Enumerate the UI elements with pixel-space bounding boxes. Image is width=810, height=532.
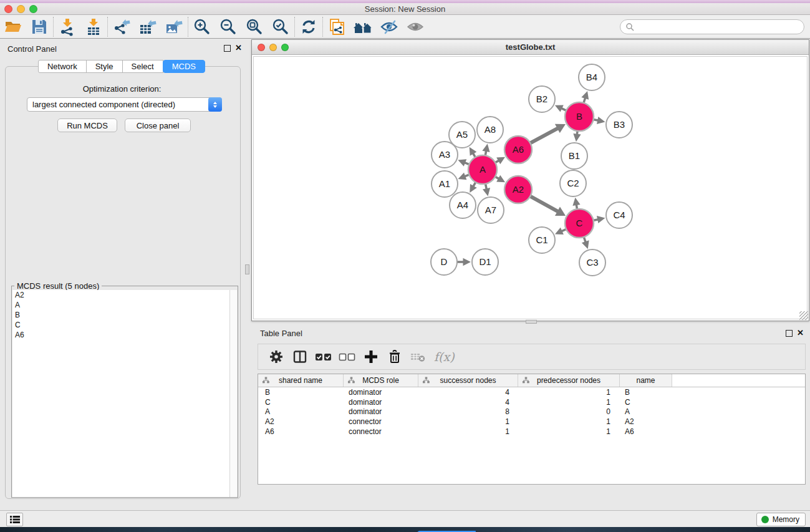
control-panel-tabs: Network Style Select MCDS bbox=[0, 60, 244, 73]
table-cell: connector bbox=[344, 427, 418, 436]
delete-column-trash-icon[interactable] bbox=[383, 346, 407, 368]
node-table: shared name MCDS role successor nodes pr… bbox=[258, 374, 806, 485]
close-table-panel-icon[interactable]: ✕ bbox=[797, 328, 804, 337]
toolbar-separator bbox=[322, 17, 323, 37]
graph-edge-arrowhead bbox=[463, 258, 471, 266]
tab-style[interactable]: Style bbox=[86, 60, 123, 73]
show-column-panel-icon[interactable] bbox=[288, 346, 312, 368]
save-session-icon[interactable] bbox=[26, 16, 52, 37]
home-view-icon[interactable] bbox=[350, 16, 376, 37]
graph-node-label: B bbox=[576, 111, 582, 122]
show-all-icon[interactable] bbox=[402, 16, 428, 37]
main-area: Control Panel ✕ Network Style Select MCD… bbox=[0, 39, 810, 510]
import-table-icon[interactable] bbox=[80, 16, 107, 37]
table-cell: A bbox=[258, 407, 344, 416]
export-network-icon[interactable] bbox=[108, 16, 135, 37]
mcds-list-scrollbar[interactable] bbox=[229, 290, 237, 497]
deselect-all-checkboxes-icon[interactable] bbox=[335, 346, 359, 368]
graph-edge[interactable] bbox=[529, 196, 559, 212]
close-panel-icon[interactable]: ✕ bbox=[235, 43, 242, 52]
vertical-splitter-handle[interactable] bbox=[245, 264, 249, 274]
search-icon bbox=[625, 22, 634, 31]
zoom-out-icon[interactable] bbox=[215, 16, 241, 37]
mcds-result-title: MCDS result (5 nodes) bbox=[14, 281, 102, 291]
table-cell: 1 bbox=[518, 417, 620, 426]
table-row[interactable]: A2connector11A2 bbox=[258, 417, 805, 427]
float-panel-icon[interactable] bbox=[224, 45, 231, 52]
graph-node-label: A5 bbox=[456, 129, 468, 140]
status-bar: Memory bbox=[0, 510, 810, 527]
table-row[interactable]: A6connector11A6 bbox=[258, 427, 805, 437]
zoom-selected-icon[interactable] bbox=[268, 16, 294, 37]
graph-edge-arrowhead bbox=[572, 198, 580, 206]
list-icon bbox=[10, 515, 20, 524]
table-row[interactable]: Cdominator41C bbox=[258, 397, 805, 407]
mcds-result-item[interactable]: C bbox=[12, 320, 231, 330]
control-panel-title: Control Panel bbox=[7, 44, 57, 54]
resize-grip-icon[interactable] bbox=[799, 311, 808, 320]
desktop-bottom-strip bbox=[0, 527, 810, 532]
graph-node-label: B3 bbox=[614, 119, 625, 130]
optimization-criterion-label: Optimization criterion: bbox=[0, 84, 244, 94]
search-field[interactable] bbox=[620, 19, 804, 34]
close-panel-button[interactable]: Close panel bbox=[125, 118, 191, 132]
graph-edge-arrowhead bbox=[597, 216, 605, 223]
memory-button[interactable]: Memory bbox=[756, 513, 806, 526]
column-header-predecessor-nodes[interactable]: predecessor nodes bbox=[518, 374, 620, 387]
graph-node-label: B4 bbox=[586, 72, 597, 82]
tab-mcds[interactable]: MCDS bbox=[163, 60, 205, 73]
mcds-result-list[interactable]: A2ABCA6 bbox=[12, 290, 231, 497]
table-cell: A6 bbox=[258, 427, 344, 436]
network-canvas[interactable]: B4B2BB3A5A8A6A3AB1A1C2A2A4A7CC4C1C3DD1 bbox=[253, 56, 808, 319]
control-panel: Control Panel ✕ Network Style Select MCD… bbox=[0, 39, 244, 510]
export-table-icon[interactable] bbox=[135, 16, 161, 37]
panel-list-button[interactable] bbox=[6, 513, 23, 526]
import-network-icon[interactable] bbox=[54, 16, 80, 37]
mcds-result-item[interactable]: A bbox=[12, 300, 231, 310]
float-table-panel-icon[interactable] bbox=[786, 330, 793, 337]
column-header-successor-nodes[interactable]: successor nodes bbox=[418, 374, 518, 387]
table-cell: A2 bbox=[258, 417, 344, 426]
column-type-icon bbox=[423, 377, 430, 385]
table-row[interactable]: Adominator80A bbox=[258, 407, 805, 417]
select-all-checkboxes-icon[interactable] bbox=[312, 346, 335, 368]
network-window-titlebar[interactable]: testGlobe.txt bbox=[252, 40, 809, 55]
column-header-mcds-role[interactable]: MCDS role bbox=[344, 374, 418, 387]
mcds-result-item[interactable]: A6 bbox=[12, 330, 231, 340]
graph-node-label: C1 bbox=[536, 235, 547, 245]
toolbar-separator bbox=[53, 17, 54, 37]
function-builder-button[interactable]: f(x) bbox=[434, 350, 455, 364]
export-image-icon[interactable] bbox=[161, 16, 187, 37]
table-settings-gear-icon[interactable] bbox=[264, 346, 288, 368]
delete-table-icon[interactable] bbox=[407, 346, 430, 368]
table-cell: A bbox=[620, 407, 672, 416]
run-mcds-button[interactable]: Run MCDS bbox=[57, 118, 117, 132]
toolbar-separator bbox=[188, 17, 188, 37]
zoom-fit-icon[interactable] bbox=[241, 16, 268, 37]
column-type-icon bbox=[523, 377, 529, 385]
graph-node-label: D1 bbox=[479, 256, 491, 267]
mcds-result-item[interactable]: B bbox=[12, 310, 231, 320]
graph-edge[interactable] bbox=[529, 128, 559, 143]
hide-selected-icon[interactable] bbox=[376, 16, 402, 37]
table-row[interactable]: Bdominator41B bbox=[258, 387, 805, 397]
tab-select[interactable]: Select bbox=[122, 60, 163, 73]
column-header-name[interactable]: name bbox=[620, 374, 672, 387]
create-column-plus-icon[interactable] bbox=[359, 346, 383, 368]
open-session-icon[interactable] bbox=[0, 16, 26, 37]
dropdown-stepper-icon bbox=[208, 97, 222, 112]
criterion-value: largest connected component (directed) bbox=[27, 100, 208, 109]
search-input[interactable] bbox=[637, 21, 804, 32]
zoom-in-icon[interactable] bbox=[189, 16, 215, 37]
table-cell: B bbox=[258, 388, 344, 397]
refresh-icon[interactable] bbox=[296, 16, 322, 37]
graph-node-label: C bbox=[576, 218, 583, 228]
criterion-dropdown[interactable]: largest connected component (directed) bbox=[27, 97, 222, 112]
duplicate-network-icon[interactable] bbox=[324, 16, 350, 37]
mcds-result-item[interactable]: A2 bbox=[12, 290, 231, 300]
mcds-result-box: MCDS result (5 nodes) A2ABCA6 bbox=[11, 286, 238, 498]
column-header-shared-name[interactable]: shared name bbox=[258, 374, 344, 387]
tab-network[interactable]: Network bbox=[38, 60, 87, 73]
table-toolbar: f(x) bbox=[258, 344, 806, 370]
memory-status-dot-icon bbox=[761, 516, 769, 523]
